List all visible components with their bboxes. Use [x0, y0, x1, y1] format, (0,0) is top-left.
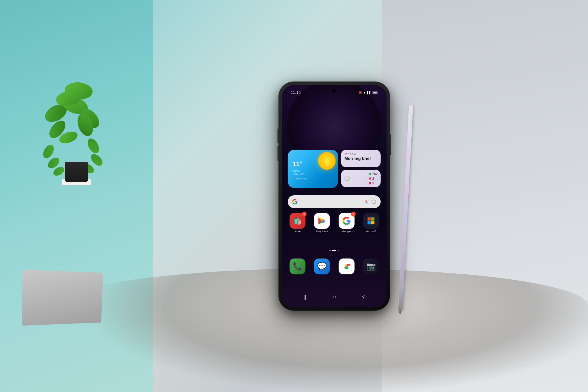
- search-lens-icon[interactable]: [371, 199, 377, 204]
- app-item-store[interactable]: 🛍️ 1 Store: [286, 213, 309, 233]
- stats-dots: 252 2 9: [369, 172, 377, 185]
- power-button[interactable]: [390, 134, 391, 155]
- stats-widget-icon: [344, 176, 350, 181]
- store-app-label: Store: [294, 230, 301, 233]
- playstore-app-label: Play Store: [316, 230, 328, 233]
- svg-rect-4: [371, 217, 375, 221]
- page-dot-1: [329, 250, 331, 251]
- phone-app-icon[interactable]: 📞: [290, 258, 305, 274]
- playstore-icon-svg: [317, 216, 327, 226]
- morning-brief-widget[interactable]: 11:15 AM Morning brief: [341, 150, 381, 167]
- playstore-app-icon[interactable]: [314, 213, 330, 229]
- google-g-icon: [292, 199, 298, 205]
- dock-item-chrome[interactable]: [335, 258, 358, 274]
- camera-app-icon[interactable]: 📷: [363, 258, 379, 274]
- dock-item-camera[interactable]: 📷: [360, 258, 382, 274]
- microsoft-app-icon[interactable]: [363, 213, 379, 229]
- dot-red: [369, 177, 371, 180]
- silent-icon: 🔕: [358, 91, 362, 94]
- app-item-playstore[interactable]: Play Store: [311, 213, 333, 233]
- recent-apps-button[interactable]: |||: [303, 294, 308, 300]
- google-search-bar[interactable]: [288, 195, 381, 208]
- messages-app-icon[interactable]: 💬: [314, 258, 330, 274]
- wifi-icon: ▲: [363, 91, 366, 94]
- weather-widget[interactable]: 11° Sunny ↑19° / ↓3° 📍 San Jose: [288, 150, 338, 188]
- google-app-icon[interactable]: 1: [339, 213, 355, 229]
- dock-item-phone[interactable]: 📞: [286, 258, 309, 274]
- stat-count-green: 252: [372, 172, 377, 176]
- app-item-microsoft[interactable]: Microsoft: [360, 213, 382, 233]
- apps-grid: 🛍️ 1 Store Play Stor: [286, 213, 382, 233]
- s-pen-tip: [399, 309, 401, 313]
- page-dots: [329, 250, 339, 251]
- svg-rect-3: [368, 217, 371, 221]
- dot-pink: [369, 182, 371, 184]
- status-time: 11:15: [291, 90, 301, 95]
- app-item-google[interactable]: 1 Google: [335, 213, 358, 233]
- dock-icons: 📞 💬: [286, 258, 382, 274]
- google-app-label: Google: [342, 230, 351, 233]
- vine-leaf: [85, 136, 101, 155]
- vine-leaf: [41, 143, 56, 160]
- signal-icon: ▌▌: [367, 91, 371, 94]
- laptop: [22, 269, 103, 326]
- widgets-area: 11° Sunny ↑19° / ↓3° 📍 San Jose 11:15 AM…: [288, 150, 381, 188]
- store-app-icon[interactable]: 🛍️ 1: [290, 213, 305, 229]
- morning-brief-title: Morning brief: [345, 156, 377, 161]
- volume-up-button[interactable]: [278, 129, 279, 143]
- stat-count-red: 2: [372, 177, 374, 180]
- microsoft-app-label: Microsoft: [366, 230, 377, 233]
- widgets-right-column: 11:15 AM Morning brief 252: [341, 150, 381, 188]
- stat-row-green: 252: [369, 172, 377, 176]
- svg-rect-6: [371, 221, 375, 224]
- dot-green: [369, 173, 371, 175]
- volume-down-button[interactable]: [278, 146, 279, 161]
- stats-widget[interactable]: 252 2 9: [341, 170, 381, 187]
- stat-row-red: 2: [369, 177, 377, 180]
- chrome-icon-svg: [342, 262, 351, 271]
- morning-brief-time: 11:15 AM: [345, 153, 377, 156]
- weather-location: 📍 San Jose: [293, 177, 333, 180]
- google-badge: 1: [351, 212, 356, 216]
- pot: [65, 162, 88, 182]
- plant-decoration: [35, 82, 118, 194]
- page-dot-3: [338, 250, 339, 251]
- battery-icon: BB: [372, 91, 378, 94]
- page-dot-active: [332, 250, 336, 251]
- phone-body: 11:15 🔕 ▲ ▌▌ BB 11° Sunny ↑19° / ↓3°: [278, 81, 390, 311]
- nav-bar: ||| ○ <: [291, 292, 378, 302]
- stat-row-pink: 9: [369, 181, 377, 185]
- weather-condition: Sunny ↑19° / ↓3°: [293, 169, 333, 176]
- stat-count-pink: 9: [372, 181, 374, 185]
- svg-rect-5: [368, 221, 371, 224]
- store-badge: 1: [302, 212, 307, 216]
- google-icon-svg: [342, 216, 351, 225]
- front-camera: [333, 89, 336, 93]
- search-mic-icon[interactable]: [364, 199, 369, 204]
- phone-device: 11:15 🔕 ▲ ▌▌ BB 11° Sunny ↑19° / ↓3°: [278, 81, 390, 311]
- back-button[interactable]: <: [362, 294, 365, 300]
- microsoft-icon-svg: [367, 217, 375, 225]
- chrome-app-icon[interactable]: [339, 258, 355, 274]
- phone-screen: 11:15 🔕 ▲ ▌▌ BB 11° Sunny ↑19° / ↓3°: [282, 85, 387, 307]
- status-icons: 🔕 ▲ ▌▌ BB: [358, 91, 378, 94]
- home-button[interactable]: ○: [333, 294, 336, 300]
- dock-item-messages[interactable]: 💬: [311, 258, 333, 274]
- weather-sun-icon: [318, 152, 336, 170]
